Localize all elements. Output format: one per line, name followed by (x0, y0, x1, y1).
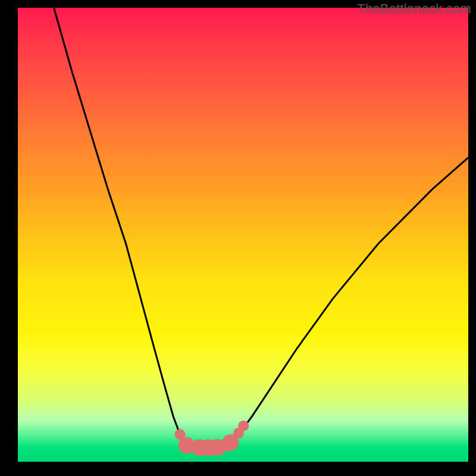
data-marker (238, 421, 249, 431)
bottleneck-curve (18, 8, 468, 462)
bottleneck-line (54, 8, 468, 447)
chart-plot-area (18, 8, 468, 462)
